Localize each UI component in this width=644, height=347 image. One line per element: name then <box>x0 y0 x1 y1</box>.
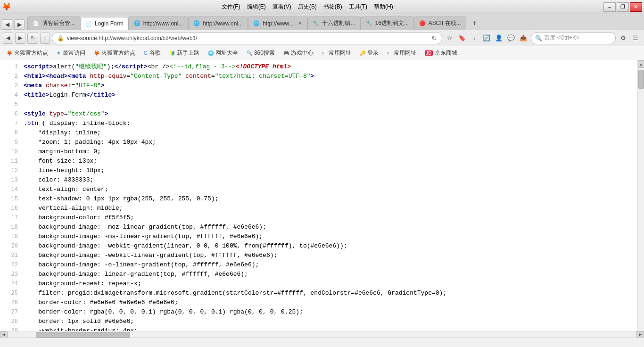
code-line-1: 1<script>alert("继续找吧");</script><br /><!… <box>0 62 637 72</box>
bookmark-firefox2[interactable]: 🦊 火狐官方站点 <box>90 48 139 58</box>
line-number: 11 <box>4 157 18 166</box>
tab-forward-button[interactable]: ▶ <box>14 19 25 30</box>
bookmark-common1-icon: 🏷 <box>322 50 327 56</box>
home-button[interactable]: ⌂ <box>40 33 50 44</box>
code-line-5: 5 <box>0 100 637 109</box>
browser-menu-icon[interactable]: ☰ <box>630 33 641 44</box>
line-content: *zoom: 1; padding: 4px 10px 4px; <box>24 138 634 147</box>
refresh-button[interactable]: ↻ <box>27 33 38 44</box>
tab-onl3-close[interactable]: ✕ <box>298 20 302 26</box>
forward-button[interactable]: ▶ <box>15 33 25 44</box>
menu-tools[interactable]: 工具(T) <box>346 2 370 12</box>
tab-hex1-favicon: 🔧 <box>313 20 319 26</box>
bookmark-login-icon: 🔑 <box>360 50 365 56</box>
url-bar[interactable]: 🔒 view-source:http://www.onlykood.com/ct… <box>52 32 442 44</box>
line-content: border-color: #e6e6e6 #e6e6e6 #e6e6e6; <box>24 298 634 307</box>
share-icon[interactable]: 📤 <box>518 33 529 44</box>
bookmark-login[interactable]: 🔑 登录 <box>356 48 382 58</box>
chat-icon[interactable]: 💬 <box>505 33 517 44</box>
bookmark-manage-icon[interactable]: 🔖 <box>456 33 468 44</box>
star-icon[interactable]: ☆ <box>444 33 455 44</box>
new-tab-button[interactable]: + <box>468 17 481 30</box>
title-bar: 🦊 文件(F) 编辑(E) 查看(V) 历史(S) 书签(B) 工具(T) 帮助… <box>0 0 644 14</box>
bookmark-common2-label: 常用网址 <box>394 49 416 57</box>
download-icon[interactable]: ↓ <box>469 33 480 44</box>
line-content: background-image: -moz-linear-gradient(t… <box>24 223 634 232</box>
line-number: 8 <box>4 128 18 138</box>
maximize-button[interactable]: ❐ <box>617 2 629 12</box>
bookmark-nav[interactable]: 🌐 网址大全 <box>204 48 242 58</box>
user-icon[interactable]: 👤 <box>493 33 504 44</box>
code-line-11: 11 font-size: 13px; <box>0 157 637 166</box>
bookmark-frequent-label: 最常访问 <box>63 49 85 57</box>
line-content: background-color: #f5f5f5; <box>24 213 634 223</box>
line-number: 22 <box>4 260 18 270</box>
code-line-8: 8 *display: inline; <box>0 128 637 138</box>
tab-onl3[interactable]: 🌐 http://www... ✕ <box>248 17 307 30</box>
tab-onl1-label: http://www.onl... <box>143 20 183 27</box>
menu-history[interactable]: 历史(S) <box>295 2 320 12</box>
bookmark-360[interactable]: 🔍 360搜索 <box>243 48 279 58</box>
tab-onl1[interactable]: 🌐 http://www.onl... <box>129 17 189 30</box>
tab-hex1[interactable]: 🔧 十六进制编... <box>307 17 360 30</box>
line-number: 29 <box>4 326 18 331</box>
bookmark-firefox1[interactable]: 🦊 火狐官方站点 <box>3 48 52 58</box>
tab-hex2[interactable]: 🔧 16进制到文... <box>361 17 414 30</box>
vertical-scrollbar[interactable]: ▲ <box>637 60 644 331</box>
minimize-button[interactable]: − <box>603 2 616 12</box>
horizontal-scrollbar[interactable]: ◀ ▶ <box>0 331 644 338</box>
title-bar-left: 🦊 <box>2 2 11 11</box>
scroll-thumb[interactable] <box>638 70 644 89</box>
source-view[interactable]: 1<script>alert("继续找吧");</script><br /><!… <box>0 60 637 331</box>
menu-view[interactable]: 查看(V) <box>270 2 294 12</box>
menu-help[interactable]: 帮助(H) <box>371 2 396 12</box>
bookmark-360-label: 360搜索 <box>254 49 275 57</box>
bookmark-common2[interactable]: 🏷 常用网址 <box>383 48 420 58</box>
refresh-icon[interactable]: ↻ <box>431 34 437 42</box>
bookmark-jd-icon: JD <box>425 50 433 56</box>
bookmark-games-icon: 🎮 <box>283 50 289 56</box>
back-button[interactable]: ◀ <box>3 33 13 44</box>
scroll-up-button[interactable]: ▲ <box>638 60 644 68</box>
tab-onl2[interactable]: 🌐 http://www.onl... <box>188 17 248 30</box>
line-content: background-image: linear-gradient(top, #… <box>24 270 634 279</box>
menu-edit[interactable]: 编辑(E) <box>244 2 269 12</box>
menu-bookmarks[interactable]: 书签(B) <box>321 2 345 12</box>
tab-blog[interactable]: 📄 博客后台管... <box>27 17 80 30</box>
h-scroll-thumb[interactable] <box>36 332 130 338</box>
bookmark-google[interactable]: G 谷歌 <box>140 48 165 58</box>
secure-icon: 🔒 <box>57 35 64 41</box>
line-number: 3 <box>4 81 18 91</box>
code-line-4: 4<title>Login Form</title> <box>0 91 637 100</box>
line-content: *display: inline; <box>24 128 634 138</box>
line-content: border-color: rgba(0, 0, 0, 0.1) rgba(0,… <box>24 307 634 317</box>
menu-file[interactable]: 文件(F) <box>219 2 243 12</box>
line-content: background-image: -webkit-linear-gradien… <box>24 251 634 260</box>
search-box[interactable]: 🔍 百度 <Ctrl+K> <box>531 32 616 44</box>
tab-hex2-label: 16进制到文... <box>375 19 409 27</box>
scroll-right-button[interactable]: ▶ <box>636 331 644 338</box>
dev-tools-icon[interactable]: ⚙ <box>618 33 629 44</box>
bookmark-360-icon: 🔍 <box>247 50 252 56</box>
bookmark-frequent[interactable]: ★ 最常访问 <box>53 48 89 58</box>
bookmark-newbie-icon: 🔰 <box>169 50 175 56</box>
menu-bar: 文件(F) 编辑(E) 查看(V) 历史(S) 书签(B) 工具(T) 帮助(H… <box>219 2 396 12</box>
bookmark-jd[interactable]: JD 京东商城 <box>421 48 461 58</box>
tab-loginform[interactable]: 📄 Login Form <box>80 17 129 30</box>
bookmark-nav-icon: 🌐 <box>208 50 214 56</box>
line-content: <script>alert("继续找吧");</script><br /><!-… <box>24 62 634 72</box>
bookmark-newbie[interactable]: 🔰 新手上路 <box>165 48 203 58</box>
line-number: 18 <box>4 223 18 232</box>
close-button[interactable]: ✕ <box>630 2 642 12</box>
line-number: 12 <box>4 166 18 175</box>
line-content: <meta charset="UTF-8"> <box>24 81 634 91</box>
bookmark-games[interactable]: 🎮 游戏中心 <box>280 48 317 58</box>
code-line-13: 13 color: #333333; <box>0 175 637 185</box>
bookmark-common1[interactable]: 🏷 常用网址 <box>318 48 355 58</box>
scroll-left-button[interactable]: ◀ <box>0 331 8 338</box>
sync-icon[interactable]: 🔄 <box>481 33 492 44</box>
code-line-3: 3<meta charset="UTF-8"> <box>0 81 637 91</box>
tab-ascii[interactable]: 🔴 ASCII 在线... <box>414 17 466 30</box>
tab-back-button[interactable]: ◀ <box>2 19 12 30</box>
line-number: 15 <box>4 194 18 204</box>
